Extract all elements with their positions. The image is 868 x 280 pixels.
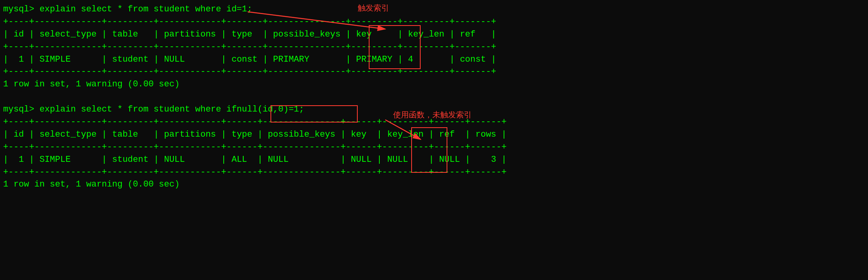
col-type: type — [232, 130, 252, 139]
cell-select-type: SIMPLE — [39, 55, 70, 64]
cell-key: NULL — [351, 155, 372, 165]
cell-rows: 3 — [491, 155, 496, 165]
col-select-type: select_type — [39, 130, 96, 139]
cell-key-len: 4 — [408, 55, 413, 64]
cell-type: const — [232, 55, 257, 64]
cell-type: ALL — [232, 155, 247, 165]
cell-key-len: NULL — [387, 155, 408, 165]
col-table: table — [112, 130, 138, 139]
col-key-len: key_len — [408, 29, 444, 39]
col-rows: rows — [475, 130, 496, 139]
col-id: id — [13, 130, 24, 139]
col-key-len: key_len — [387, 130, 423, 139]
cell-table: student — [112, 55, 148, 64]
query2-footer: 1 row in set, 1 warning (0.00 sec) — [3, 178, 865, 191]
cell-key: PRIMARY — [356, 55, 392, 64]
query1-table-row: | 1 | SIMPLE | student | NULL | const | … — [3, 53, 865, 66]
query2-table-border-mid: +----+-------------+---------+----------… — [3, 141, 865, 154]
annotation-function-no-index: 使用函数，未触发索引 — [393, 109, 472, 121]
query2-sql-boxed: ifnull(id,0)=1; — [226, 104, 304, 114]
cell-partitions: NULL — [164, 55, 185, 64]
cell-ref: const — [460, 55, 486, 64]
query1-command-line: mysql> explain select * from student whe… — [3, 3, 865, 16]
query1-footer: 1 row in set, 1 warning (0.00 sec) — [3, 78, 865, 91]
col-key: key — [356, 29, 372, 39]
col-partitions: partitions — [164, 29, 216, 39]
query1-table-border-bot: +----+-------------+---------+----------… — [3, 66, 865, 78]
col-possible-keys: possible_keys — [268, 130, 335, 139]
annotation-triggered-index: 触发索引 — [358, 2, 389, 14]
col-id: id — [13, 29, 24, 39]
cell-ref: NULL — [439, 155, 460, 165]
cell-possible-keys: PRIMARY — [273, 55, 309, 64]
col-table: table — [112, 29, 138, 39]
query2-table-header: | id | select_type | table | partitions … — [3, 128, 865, 141]
cell-select-type: SIMPLE — [39, 155, 70, 165]
col-select-type: select_type — [39, 29, 96, 39]
cell-id: 1 — [19, 155, 24, 165]
col-key: key — [351, 130, 367, 139]
col-type: type — [232, 29, 252, 39]
cell-partitions: NULL — [164, 155, 185, 165]
cell-table: student — [112, 155, 148, 165]
query2-table-row: | 1 | SIMPLE | student | NULL | ALL | NU… — [3, 154, 865, 166]
cell-id: 1 — [19, 55, 24, 64]
query1-table-border-mid: +----+-------------+---------+----------… — [3, 41, 865, 53]
col-ref: ref — [460, 29, 476, 39]
query2-table-border-bot: +----+-------------+---------+----------… — [3, 166, 865, 179]
query1-table-border-top: +----+-------------+---------+----------… — [3, 16, 865, 28]
query1-table-header: | id | select_type | table | partitions … — [3, 28, 865, 41]
col-ref: ref — [439, 130, 455, 139]
col-partitions: partitions — [164, 130, 216, 139]
cell-possible-keys: NULL — [268, 155, 289, 165]
blank-line — [3, 91, 865, 103]
query2-sql-before: explain select * from student where — [39, 104, 226, 114]
mysql-prompt: mysql> — [3, 4, 39, 14]
mysql-prompt: mysql> — [3, 104, 39, 114]
query1-sql: explain select * from student where id=1… — [39, 4, 252, 14]
col-possible-keys: possible_keys — [273, 29, 341, 39]
